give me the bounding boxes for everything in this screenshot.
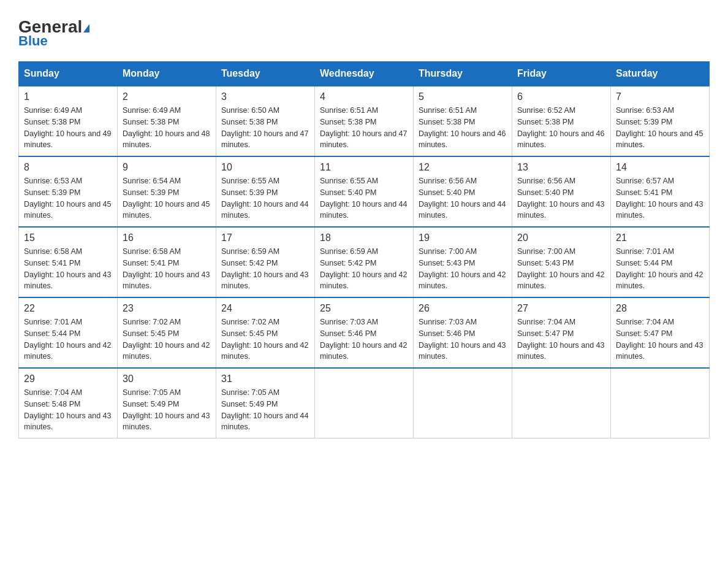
calendar-table: SundayMondayTuesdayWednesdayThursdayFrid… — [18, 61, 710, 439]
calendar-header-row: SundayMondayTuesdayWednesdayThursdayFrid… — [19, 62, 710, 86]
calendar-day-cell — [315, 368, 414, 439]
calendar-day-cell: 7 Sunrise: 6:53 AMSunset: 5:39 PMDayligh… — [611, 86, 710, 156]
calendar-day-cell: 29 Sunrise: 7:04 AMSunset: 5:48 PMDaylig… — [19, 368, 118, 439]
day-info: Sunrise: 6:53 AMSunset: 5:39 PMDaylight:… — [24, 177, 111, 220]
day-info: Sunrise: 6:56 AMSunset: 5:40 PMDaylight:… — [517, 177, 604, 220]
calendar-day-cell: 10 Sunrise: 6:55 AMSunset: 5:39 PMDaylig… — [216, 156, 315, 227]
day-info: Sunrise: 6:58 AMSunset: 5:41 PMDaylight:… — [123, 247, 210, 290]
calendar-day-cell: 5 Sunrise: 6:51 AMSunset: 5:38 PMDayligh… — [414, 86, 512, 156]
day-number: 13 — [517, 162, 605, 173]
day-of-week-header: Tuesday — [216, 62, 315, 86]
calendar-day-cell — [512, 368, 611, 439]
day-info: Sunrise: 6:55 AMSunset: 5:40 PMDaylight:… — [320, 177, 407, 220]
calendar-day-cell: 6 Sunrise: 6:52 AMSunset: 5:38 PMDayligh… — [512, 86, 611, 156]
calendar-day-cell: 30 Sunrise: 7:05 AMSunset: 5:49 PMDaylig… — [118, 368, 216, 439]
day-number: 12 — [419, 162, 507, 173]
day-of-week-header: Monday — [118, 62, 216, 86]
day-info: Sunrise: 6:50 AMSunset: 5:38 PMDaylight:… — [221, 106, 308, 149]
day-info: Sunrise: 7:01 AMSunset: 5:44 PMDaylight:… — [24, 318, 111, 361]
calendar-day-cell: 18 Sunrise: 6:59 AMSunset: 5:42 PMDaylig… — [315, 227, 414, 297]
day-number: 4 — [320, 91, 408, 102]
day-number: 21 — [616, 232, 704, 243]
day-info: Sunrise: 6:52 AMSunset: 5:38 PMDaylight:… — [517, 106, 604, 149]
calendar-day-cell: 23 Sunrise: 7:02 AMSunset: 5:45 PMDaylig… — [118, 297, 216, 368]
day-number: 24 — [221, 303, 309, 314]
day-number: 7 — [616, 91, 704, 102]
day-number: 3 — [221, 91, 309, 102]
day-info: Sunrise: 7:00 AMSunset: 5:43 PMDaylight:… — [517, 247, 604, 290]
day-of-week-header: Thursday — [414, 62, 512, 86]
day-info: Sunrise: 6:55 AMSunset: 5:39 PMDaylight:… — [221, 177, 308, 220]
day-number: 5 — [419, 91, 507, 102]
calendar-week-row: 8 Sunrise: 6:53 AMSunset: 5:39 PMDayligh… — [19, 156, 710, 227]
day-info: Sunrise: 6:49 AMSunset: 5:38 PMDaylight:… — [123, 106, 210, 149]
day-number: 9 — [123, 162, 211, 173]
day-number: 29 — [24, 373, 112, 385]
calendar-week-row: 15 Sunrise: 6:58 AMSunset: 5:41 PMDaylig… — [19, 227, 710, 297]
calendar-day-cell: 2 Sunrise: 6:49 AMSunset: 5:38 PMDayligh… — [118, 86, 216, 156]
day-number: 10 — [221, 162, 309, 173]
day-number: 25 — [320, 303, 408, 314]
day-of-week-header: Saturday — [611, 62, 710, 86]
day-info: Sunrise: 7:02 AMSunset: 5:45 PMDaylight:… — [221, 318, 308, 361]
day-info: Sunrise: 6:59 AMSunset: 5:42 PMDaylight:… — [320, 247, 407, 290]
calendar-day-cell: 24 Sunrise: 7:02 AMSunset: 5:45 PMDaylig… — [216, 297, 315, 368]
calendar-day-cell: 26 Sunrise: 7:03 AMSunset: 5:46 PMDaylig… — [414, 297, 512, 368]
calendar-week-row: 29 Sunrise: 7:04 AMSunset: 5:48 PMDaylig… — [19, 368, 710, 439]
day-of-week-header: Sunday — [19, 62, 118, 86]
day-info: Sunrise: 6:51 AMSunset: 5:38 PMDaylight:… — [419, 106, 506, 149]
calendar-day-cell: 11 Sunrise: 6:55 AMSunset: 5:40 PMDaylig… — [315, 156, 414, 227]
calendar-day-cell: 19 Sunrise: 7:00 AMSunset: 5:43 PMDaylig… — [414, 227, 512, 297]
day-info: Sunrise: 7:04 AMSunset: 5:48 PMDaylight:… — [24, 388, 111, 431]
day-number: 19 — [419, 232, 507, 243]
page-header: General Blue — [18, 18, 710, 49]
calendar-day-cell: 13 Sunrise: 6:56 AMSunset: 5:40 PMDaylig… — [512, 156, 611, 227]
day-info: Sunrise: 7:04 AMSunset: 5:47 PMDaylight:… — [616, 318, 703, 361]
day-info: Sunrise: 6:57 AMSunset: 5:41 PMDaylight:… — [616, 177, 703, 220]
day-number: 2 — [123, 91, 211, 102]
day-info: Sunrise: 6:49 AMSunset: 5:38 PMDaylight:… — [24, 106, 111, 149]
calendar-day-cell: 28 Sunrise: 7:04 AMSunset: 5:47 PMDaylig… — [611, 297, 710, 368]
day-number: 20 — [517, 232, 605, 243]
day-number: 6 — [517, 91, 605, 102]
calendar-day-cell — [414, 368, 512, 439]
day-number: 18 — [320, 232, 408, 243]
day-number: 1 — [24, 91, 112, 102]
logo-blue: Blue — [18, 33, 48, 49]
day-info: Sunrise: 7:02 AMSunset: 5:45 PMDaylight:… — [123, 318, 210, 361]
calendar-day-cell: 16 Sunrise: 6:58 AMSunset: 5:41 PMDaylig… — [118, 227, 216, 297]
day-number: 23 — [123, 303, 211, 314]
day-info: Sunrise: 7:05 AMSunset: 5:49 PMDaylight:… — [123, 388, 210, 431]
calendar-day-cell: 3 Sunrise: 6:50 AMSunset: 5:38 PMDayligh… — [216, 86, 315, 156]
calendar-day-cell: 31 Sunrise: 7:05 AMSunset: 5:49 PMDaylig… — [216, 368, 315, 439]
day-of-week-header: Friday — [512, 62, 611, 86]
day-info: Sunrise: 7:00 AMSunset: 5:43 PMDaylight:… — [419, 247, 506, 290]
day-info: Sunrise: 6:54 AMSunset: 5:39 PMDaylight:… — [123, 177, 210, 220]
day-info: Sunrise: 6:56 AMSunset: 5:40 PMDaylight:… — [419, 177, 506, 220]
calendar-day-cell — [611, 368, 710, 439]
day-number: 31 — [221, 373, 309, 385]
calendar-week-row: 22 Sunrise: 7:01 AMSunset: 5:44 PMDaylig… — [19, 297, 710, 368]
calendar-day-cell: 20 Sunrise: 7:00 AMSunset: 5:43 PMDaylig… — [512, 227, 611, 297]
calendar-day-cell: 27 Sunrise: 7:04 AMSunset: 5:47 PMDaylig… — [512, 297, 611, 368]
day-info: Sunrise: 7:05 AMSunset: 5:49 PMDaylight:… — [221, 388, 308, 431]
day-number: 11 — [320, 162, 408, 173]
day-number: 8 — [24, 162, 112, 173]
calendar-day-cell: 1 Sunrise: 6:49 AMSunset: 5:38 PMDayligh… — [19, 86, 118, 156]
calendar-day-cell: 8 Sunrise: 6:53 AMSunset: 5:39 PMDayligh… — [19, 156, 118, 227]
day-number: 27 — [517, 303, 605, 314]
day-info: Sunrise: 7:03 AMSunset: 5:46 PMDaylight:… — [419, 318, 506, 361]
day-info: Sunrise: 7:01 AMSunset: 5:44 PMDaylight:… — [616, 247, 703, 290]
day-number: 26 — [419, 303, 507, 314]
calendar-day-cell: 15 Sunrise: 6:58 AMSunset: 5:41 PMDaylig… — [19, 227, 118, 297]
calendar-day-cell: 9 Sunrise: 6:54 AMSunset: 5:39 PMDayligh… — [118, 156, 216, 227]
calendar-day-cell: 21 Sunrise: 7:01 AMSunset: 5:44 PMDaylig… — [611, 227, 710, 297]
day-number: 30 — [123, 373, 211, 385]
calendar-day-cell: 22 Sunrise: 7:01 AMSunset: 5:44 PMDaylig… — [19, 297, 118, 368]
day-info: Sunrise: 6:58 AMSunset: 5:41 PMDaylight:… — [24, 247, 111, 290]
day-number: 15 — [24, 232, 112, 243]
day-info: Sunrise: 6:59 AMSunset: 5:42 PMDaylight:… — [221, 247, 308, 290]
calendar-day-cell: 17 Sunrise: 6:59 AMSunset: 5:42 PMDaylig… — [216, 227, 315, 297]
calendar-day-cell: 25 Sunrise: 7:03 AMSunset: 5:46 PMDaylig… — [315, 297, 414, 368]
day-number: 17 — [221, 232, 309, 243]
